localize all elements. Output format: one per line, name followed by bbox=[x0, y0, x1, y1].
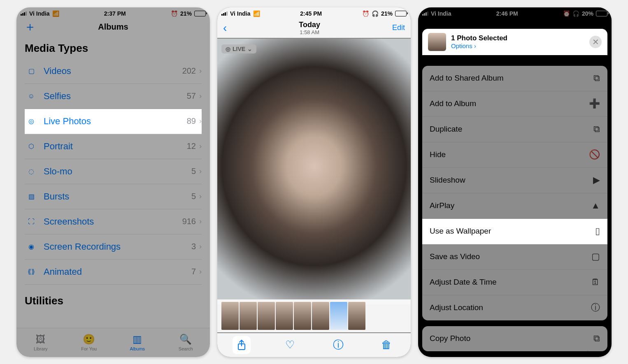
battery-icon bbox=[395, 11, 407, 16]
action-label: Add to Album bbox=[430, 99, 476, 108]
action-adjust-date[interactable]: Adjust Date & Time🗓 bbox=[422, 270, 607, 295]
action-duplicate[interactable]: Duplicate⧉ bbox=[422, 117, 607, 142]
thumbnail[interactable] bbox=[294, 302, 311, 330]
thumbnail[interactable] bbox=[348, 302, 365, 330]
row-videos[interactable]: ▢ Videos 202 › bbox=[25, 59, 202, 84]
thumbnail[interactable] bbox=[330, 302, 347, 330]
signal-icon bbox=[422, 12, 428, 16]
tab-label: Albums bbox=[130, 346, 145, 351]
row-label: Bursts bbox=[44, 191, 191, 202]
chevron-right-icon: › bbox=[199, 267, 202, 276]
row-label: Videos bbox=[44, 66, 182, 77]
action-copy-photo[interactable]: Copy Photo⧉ bbox=[422, 326, 607, 351]
row-live-photos[interactable]: ◎ Live Photos 89 › bbox=[25, 109, 202, 134]
airplay-icon: ▲ bbox=[591, 200, 600, 211]
thumbnail[interactable] bbox=[276, 302, 293, 330]
phone-rect-icon: ▯ bbox=[595, 226, 600, 236]
live-photo-icon: ◎ bbox=[25, 117, 38, 125]
carrier-label: Vi India bbox=[29, 10, 50, 17]
play-rect-icon: ▶ bbox=[593, 175, 600, 185]
action-label: AirPlay bbox=[430, 201, 454, 210]
thumbnail[interactable] bbox=[221, 302, 239, 330]
location-icon: ⓘ bbox=[591, 301, 600, 314]
chevron-right-icon: › bbox=[199, 242, 202, 251]
row-label: Screenshots bbox=[44, 216, 182, 227]
burst-icon: ▧ bbox=[25, 192, 38, 200]
row-label: Screen Recordings bbox=[44, 241, 191, 252]
action-label: Slideshow bbox=[430, 176, 465, 185]
video-icon: ▢ bbox=[25, 67, 38, 75]
tab-albums[interactable]: ▥Albums bbox=[113, 328, 162, 357]
tab-search[interactable]: 🔍Search bbox=[162, 328, 210, 357]
chevron-right-icon: › bbox=[199, 167, 202, 176]
chevron-right-icon: › bbox=[199, 92, 202, 100]
section-media-types: Media Types bbox=[16, 36, 210, 59]
hide-icon: 🚫 bbox=[589, 149, 600, 160]
row-bursts[interactable]: ▧ Bursts 5 › bbox=[25, 184, 202, 209]
calendar-icon: 🗓 bbox=[591, 277, 600, 287]
action-save-as-video[interactable]: Save as Video▢ bbox=[422, 244, 607, 270]
thumbnail[interactable] bbox=[312, 302, 329, 330]
add-button[interactable]: ＋ bbox=[24, 19, 36, 35]
share-button[interactable] bbox=[233, 336, 251, 354]
action-label: Duplicate bbox=[430, 125, 462, 134]
info-button[interactable]: ⓘ bbox=[329, 336, 347, 354]
status-bar: Vi India 📶 2:45 PM ⏰ 🎧 21% bbox=[217, 7, 411, 18]
back-button[interactable]: ‹ bbox=[223, 21, 227, 35]
row-selfies[interactable]: ☺ Selfies 57 › bbox=[25, 84, 202, 109]
row-screenshots[interactable]: ⛶ Screenshots 916 › bbox=[25, 209, 202, 234]
action-add-shared-album[interactable]: Add to Shared Album⧉ bbox=[422, 66, 607, 91]
favorite-button[interactable]: ♡ bbox=[281, 336, 299, 354]
live-badge[interactable]: ◎ LIVE ⌄ bbox=[221, 44, 256, 53]
nav-bar: ＋ Albums bbox=[16, 18, 210, 36]
delete-button[interactable]: 🗑 bbox=[377, 336, 395, 354]
share-icon bbox=[237, 339, 247, 351]
row-portrait[interactable]: ⬡ Portrait 12 › bbox=[25, 134, 202, 159]
edit-button[interactable]: Edit bbox=[392, 23, 405, 32]
photo-toolbar: ♡ ⓘ 🗑 bbox=[217, 333, 411, 357]
nav-title: Today bbox=[299, 21, 320, 29]
nav-subtitle: 1:58 AM bbox=[299, 29, 320, 35]
options-button[interactable]: Options › bbox=[451, 42, 507, 49]
options-label: Options bbox=[451, 42, 472, 49]
tab-library[interactable]: 🖼Library bbox=[16, 328, 65, 357]
clock: 2:46 PM bbox=[496, 10, 518, 17]
action-slideshow[interactable]: Slideshow▶ bbox=[422, 168, 607, 193]
thumbnail-strip[interactable] bbox=[217, 299, 411, 332]
close-button[interactable]: ✕ bbox=[589, 36, 602, 48]
tab-foryou[interactable]: 🙂For You bbox=[65, 328, 114, 357]
tab-label: For You bbox=[81, 346, 97, 351]
selected-count: 1 Photo Selected bbox=[451, 34, 507, 42]
phone-share-sheet: Vi India 2:46 PM ⏰ 🎧 20% 1 Photo Selecte… bbox=[418, 7, 612, 357]
action-airplay[interactable]: AirPlay▲ bbox=[422, 193, 607, 219]
row-count: 3 bbox=[191, 242, 196, 251]
action-hide[interactable]: Hide🚫 bbox=[422, 142, 607, 168]
action-label: Copy Photo bbox=[430, 334, 470, 343]
action-use-as-wallpaper[interactable]: Use as Wallpaper▯ bbox=[422, 219, 607, 244]
action-label: Use as Wallpaper bbox=[430, 227, 491, 236]
chevron-right-icon: › bbox=[199, 67, 202, 75]
action-list-2: Copy Photo⧉ bbox=[422, 326, 607, 351]
thumbnail[interactable] bbox=[258, 302, 275, 330]
battery-pct: 21% bbox=[180, 10, 192, 17]
action-add-album[interactable]: Add to Album➕ bbox=[422, 91, 607, 117]
row-label: Slo-mo bbox=[44, 166, 191, 177]
album-plus-icon: ➕ bbox=[589, 98, 600, 109]
chevron-right-icon: › bbox=[199, 117, 202, 125]
thumbnail[interactable] bbox=[240, 302, 257, 330]
row-label: Animated bbox=[44, 267, 191, 277]
row-animated[interactable]: ⟪⟫ Animated 7 › bbox=[25, 260, 202, 285]
chevron-right-icon: › bbox=[199, 142, 202, 151]
selected-thumb bbox=[428, 33, 446, 51]
row-screen-recordings[interactable]: ◉ Screen Recordings 3 › bbox=[25, 234, 202, 260]
chevron-right-icon: › bbox=[474, 42, 476, 49]
live-label: LIVE bbox=[233, 46, 245, 52]
photo-view[interactable] bbox=[217, 39, 411, 304]
battery-pct: 20% bbox=[582, 10, 593, 17]
status-bar: Vi India 📶 2:37 PM ⏰ 21% bbox=[16, 7, 210, 18]
tab-bar: 🖼Library 🙂For You ▥Albums 🔍Search bbox=[16, 328, 210, 357]
row-slomo[interactable]: ◌ Slo-mo 5 › bbox=[25, 159, 202, 184]
action-adjust-location[interactable]: Adjust Locationⓘ bbox=[422, 295, 607, 320]
screenshot-icon: ⛶ bbox=[25, 218, 38, 225]
headphones-icon: 🎧 bbox=[372, 10, 379, 17]
